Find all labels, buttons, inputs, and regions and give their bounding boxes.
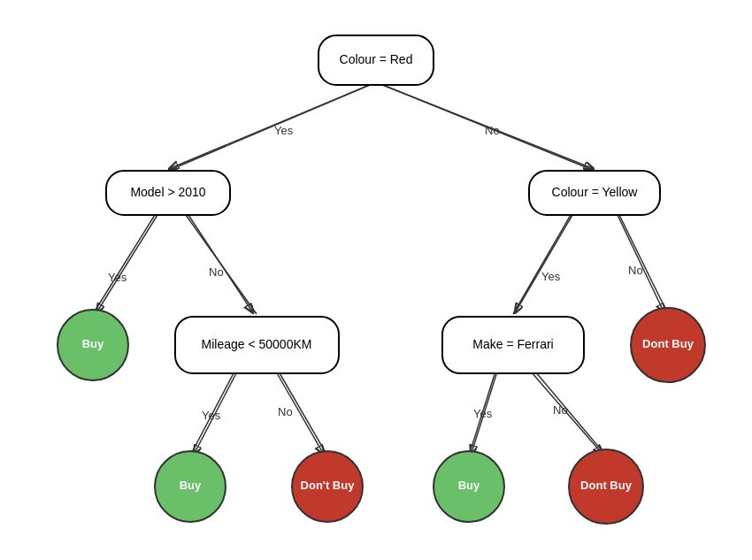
edge-right1-no	[619, 215, 668, 314]
node-dontbuy-right1-label: Dont Buy	[642, 337, 694, 350]
edge-right1-yes	[513, 215, 571, 314]
arrow-right1-yes	[516, 215, 572, 311]
label-ferrari-yes: Yes	[473, 407, 493, 420]
node-mileage-label: Mileage < 50000KM	[202, 337, 312, 351]
node-ferrari-label: Make = Ferrari	[472, 337, 553, 351]
label-root-yes: Yes	[274, 124, 294, 137]
label-right1-yes: Yes	[541, 270, 561, 283]
arrow-root-right	[376, 82, 592, 168]
edge-ferrari-no	[535, 372, 606, 456]
node-right1-label: Colour = Yellow	[552, 185, 639, 199]
arrow-root-left	[171, 82, 376, 168]
node-dontbuy-ferrari-right-label: Dont Buy	[580, 479, 633, 492]
label-ferrari-no: No	[553, 403, 568, 417]
edge-left1-yes	[93, 215, 155, 314]
label-right1-no: No	[628, 264, 643, 277]
label-mileage-no: No	[278, 405, 293, 418]
node-left1-label: Model > 2010	[130, 185, 205, 199]
label-left1-yes: Yes	[108, 271, 127, 284]
node-root-label: Colour = Red	[340, 52, 413, 66]
node-buy-ferrari-left-label: Buy	[458, 479, 480, 492]
node-buy-left-label: Buy	[82, 337, 104, 350]
arrow-left1-yes	[97, 215, 157, 311]
label-root-no: No	[485, 124, 500, 137]
label-left1-no: No	[209, 265, 224, 279]
arrow-left1-no	[188, 215, 252, 311]
node-buy-mileage-left-label: Buy	[180, 479, 202, 492]
node-dontbuy-mileage-right-label: Don't Buy	[301, 479, 356, 492]
label-mileage-yes: Yes	[202, 409, 221, 422]
